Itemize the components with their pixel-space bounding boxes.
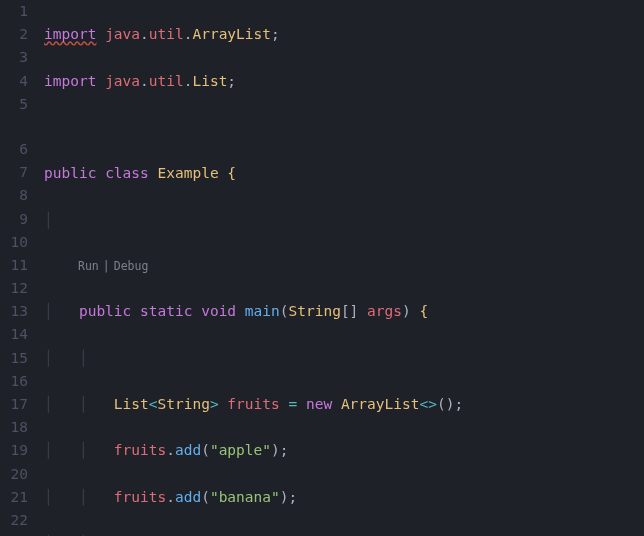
type: String bbox=[158, 396, 210, 412]
line-number: 11 bbox=[0, 254, 28, 277]
keyword-import: import bbox=[44, 73, 96, 89]
codelens-run[interactable]: Run bbox=[78, 257, 99, 275]
line-number-gutter: 1 2 3 4 5 6 7 8 9 10 11 12 13 14 15 16 1… bbox=[0, 0, 44, 536]
codelens-debug[interactable]: Debug bbox=[114, 257, 149, 275]
pkg: util bbox=[149, 26, 184, 42]
code-line[interactable]: │ public static void main(String[] args)… bbox=[44, 300, 644, 323]
pkg: java bbox=[105, 26, 140, 42]
type: ArrayList bbox=[341, 396, 420, 412]
type: String bbox=[288, 303, 340, 319]
code-line[interactable]: │ │ fruits.add("banana"); bbox=[44, 486, 644, 509]
code-line[interactable]: import java.util.ArrayList; bbox=[44, 23, 644, 46]
line-number: 12 bbox=[0, 277, 28, 300]
type: List bbox=[192, 73, 227, 89]
class-name: Example bbox=[158, 165, 219, 181]
keyword: public bbox=[79, 303, 131, 319]
string-literal: "banana" bbox=[210, 489, 280, 505]
line-number: 10 bbox=[0, 231, 28, 254]
line-number: 16 bbox=[0, 370, 28, 393]
line-number: 19 bbox=[0, 439, 28, 462]
keyword: class bbox=[105, 165, 149, 181]
code-line[interactable]: │ │ fruits.add("apple"); bbox=[44, 439, 644, 462]
keyword: static bbox=[140, 303, 192, 319]
line-number: 20 bbox=[0, 463, 28, 486]
code-line[interactable]: │ │ List<String> fruits = new ArrayList<… bbox=[44, 393, 644, 416]
line-number: 9 bbox=[0, 208, 28, 231]
var: fruits bbox=[227, 396, 279, 412]
code-line[interactable]: │ │ bbox=[44, 347, 644, 370]
method: add bbox=[175, 442, 201, 458]
code-line[interactable]: │ │ fruits.add("kiwi"); bbox=[44, 532, 644, 536]
line-number: 15 bbox=[0, 347, 28, 370]
line-number: 21 bbox=[0, 486, 28, 509]
line-number: 17 bbox=[0, 393, 28, 416]
line-number: 6 bbox=[0, 138, 28, 161]
method-name: main bbox=[245, 303, 280, 319]
codelens-sep: | bbox=[103, 257, 110, 275]
code-line[interactable]: import java.util.List; bbox=[44, 70, 644, 93]
keyword: void bbox=[201, 303, 236, 319]
line-number: 5 bbox=[0, 93, 28, 116]
line-number: 14 bbox=[0, 323, 28, 346]
pkg: java bbox=[105, 73, 140, 89]
line-number: 2 bbox=[0, 23, 28, 46]
line-number: 1 bbox=[0, 0, 28, 23]
type: List bbox=[114, 396, 149, 412]
method: add bbox=[175, 489, 201, 505]
code-area[interactable]: import java.util.ArrayList; import java.… bbox=[44, 0, 644, 536]
line-number: 18 bbox=[0, 416, 28, 439]
pkg: util bbox=[149, 73, 184, 89]
type: ArrayList bbox=[192, 26, 271, 42]
var: fruits bbox=[114, 442, 166, 458]
code-editor[interactable]: 1 2 3 4 5 6 7 8 9 10 11 12 13 14 15 16 1… bbox=[0, 0, 644, 536]
code-lens: Run|Debug bbox=[44, 255, 644, 277]
line-number: 22 bbox=[0, 509, 28, 532]
code-line[interactable]: public class Example { bbox=[44, 162, 644, 185]
line-number: 13 bbox=[0, 300, 28, 323]
keyword: public bbox=[44, 165, 96, 181]
line-number: 8 bbox=[0, 184, 28, 207]
line-number: 3 bbox=[0, 46, 28, 69]
string-literal: "apple" bbox=[210, 442, 271, 458]
line-number: 7 bbox=[0, 161, 28, 184]
line-number: 4 bbox=[0, 70, 28, 93]
keyword-import: import bbox=[44, 26, 96, 42]
code-line[interactable]: │ bbox=[44, 209, 644, 232]
keyword: new bbox=[306, 396, 332, 412]
code-line[interactable] bbox=[44, 116, 644, 139]
param: args bbox=[367, 303, 402, 319]
var: fruits bbox=[114, 489, 166, 505]
